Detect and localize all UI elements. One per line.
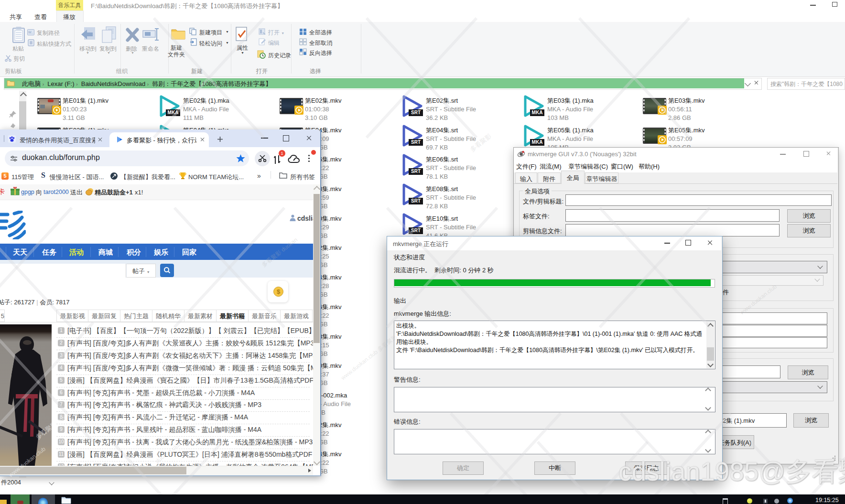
svg-text:W..: W.. [28, 31, 33, 34]
